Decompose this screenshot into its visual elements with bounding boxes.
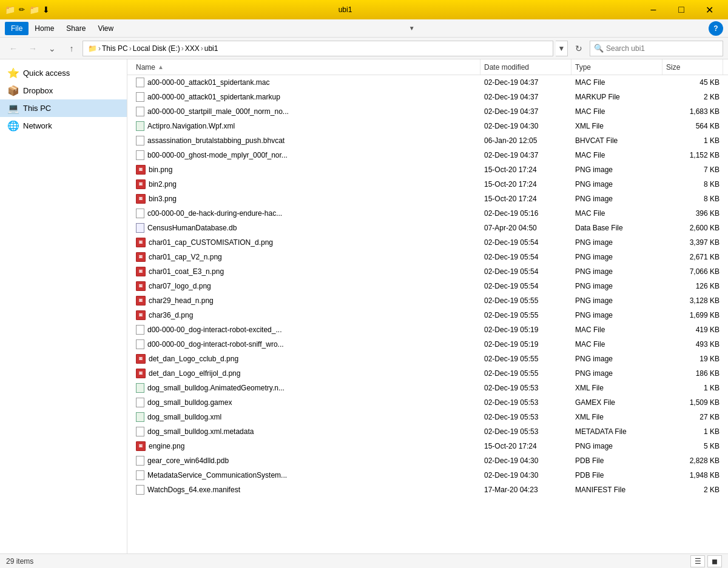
file-size: 1,152 KB — [662, 151, 723, 159]
sidebar-label-network: Network — [23, 121, 52, 130]
table-row[interactable]: c00-000-00_de-hack-during-endure-hac... … — [127, 206, 728, 221]
table-row[interactable]: dog_small_bulldog.AnimatedGeometry.n... … — [127, 381, 728, 395]
table-row[interactable]: d00-000-00_dog-interact-robot-sniff_wro.… — [127, 337, 728, 352]
file-icon — [136, 427, 144, 436]
file-size: 2,600 KB — [662, 224, 723, 232]
col-header-size[interactable]: Size — [662, 59, 723, 75]
table-row[interactable]: 🖼 bin2.png 15-Oct-20 17:24 PNG image 8 K… — [127, 177, 728, 192]
details-view-button[interactable]: ☰ — [690, 555, 705, 567]
table-row[interactable]: dog_small_bulldog.xml.metadata 02-Dec-19… — [127, 424, 728, 439]
table-row[interactable]: 🖼 det_dan_Logo_elfrijol_d.png 02-Dec-19 … — [127, 366, 728, 381]
search-box[interactable]: 🔍 — [590, 41, 723, 56]
file-date: 02-Dec-19 04:37 — [480, 93, 571, 101]
file-size: 7,066 KB — [662, 267, 723, 276]
file-icon — [136, 209, 144, 218]
file-type: MAC File — [571, 78, 662, 87]
table-row[interactable]: gear_core_win64dlld.pdb 02-Dec-19 04:30 … — [127, 453, 728, 468]
file-name: 🖼 bin.png — [132, 165, 480, 175]
refresh-button[interactable]: ↻ — [570, 40, 587, 57]
file-size: 1,948 KB — [662, 471, 723, 479]
sidebar-item-quick-access[interactable]: ⭐ Quick access — [0, 64, 127, 82]
title-bar: 📁 ✏ 📁 ⬇ ubi1 – □ ✕ — [0, 0, 728, 19]
file-name: 🖼 char36_d.png — [132, 310, 480, 320]
forward-button[interactable]: → — [24, 40, 41, 57]
file-size: 8 KB — [662, 195, 723, 203]
table-row[interactable]: 🖼 char01_cap_V2_n.png 02-Dec-19 05:54 PN… — [127, 250, 728, 264]
file-icon — [136, 78, 144, 87]
col-header-name[interactable]: Name ▲ — [132, 59, 480, 75]
file-size: 2,671 KB — [662, 253, 723, 261]
address-path[interactable]: 📁 › This PC › Local Disk (E:) › XXX › ub… — [83, 41, 553, 56]
maximize-button[interactable]: □ — [667, 0, 695, 19]
table-row[interactable]: Actipro.Navigation.Wpf.xml 02-Dec-19 04:… — [127, 119, 728, 133]
file-name: a00-000-00_attack01_spidertank.markup — [132, 92, 480, 102]
col-header-type[interactable]: Type — [571, 59, 662, 75]
file-type: Data Base File — [571, 224, 662, 232]
table-row[interactable]: a00-000-00_startpill_male_000f_norm_no..… — [127, 104, 728, 119]
file-date: 02-Dec-19 05:55 — [480, 369, 571, 378]
sidebar-item-network[interactable]: 🌐 Network — [0, 117, 127, 135]
file-type: PNG image — [571, 311, 662, 319]
file-name: 🖼 det_dan_Logo_cclub_d.png — [132, 354, 480, 364]
menu-file[interactable]: File — [5, 22, 29, 35]
search-input[interactable] — [606, 44, 719, 53]
table-row[interactable]: WatchDogs_64.exe.manifest 17-Mar-20 04:2… — [127, 483, 728, 497]
sidebar-item-dropbox[interactable]: 📦 Dropbox — [0, 82, 127, 99]
file-name: dog_small_bulldog.gamex — [132, 398, 480, 407]
table-row[interactable]: CensusHumanDatabase.db 07-Apr-20 04:50 D… — [127, 221, 728, 235]
menu-home[interactable]: Home — [29, 22, 60, 35]
tiles-view-button[interactable]: ◼ — [707, 555, 722, 567]
table-row[interactable]: a00-000-00_attack01_spidertank.mac 02-De… — [127, 75, 728, 90]
address-current: ubi1 — [204, 44, 218, 53]
table-row[interactable]: 🖼 det_dan_Logo_cclub_d.png 02-Dec-19 05:… — [127, 352, 728, 366]
dropbox-icon: 📦 — [7, 85, 19, 96]
back-button[interactable]: ← — [5, 40, 22, 57]
col-header-date[interactable]: Date modified — [480, 59, 571, 75]
table-row[interactable]: a00-000-00_attack01_spidertank.markup 02… — [127, 90, 728, 104]
table-row[interactable]: 🖼 bin.png 15-Oct-20 17:24 PNG image 7 KB — [127, 162, 728, 177]
table-row[interactable]: dog_small_bulldog.gamex 02-Dec-19 05:53 … — [127, 395, 728, 410]
file-date: 15-Oct-20 17:24 — [480, 180, 571, 189]
table-row[interactable]: d00-000-00_dog-interact-robot-excited_..… — [127, 322, 728, 337]
minimize-button[interactable]: – — [639, 0, 667, 19]
table-row[interactable]: dog_small_bulldog.xml 02-Dec-19 05:53 XM… — [127, 410, 728, 424]
address-dropdown[interactable]: ▼ — [556, 41, 568, 56]
png-icon: 🖼 — [136, 267, 146, 276]
up-recent-button[interactable]: ⌄ — [44, 40, 61, 57]
table-row[interactable]: 🖼 char07_logo_d.png 02-Dec-19 05:54 PNG … — [127, 279, 728, 293]
file-name: 🖼 char01_coat_E3_n.png — [132, 267, 480, 276]
close-button[interactable]: ✕ — [695, 0, 723, 19]
file-type: MAC File — [571, 326, 662, 334]
file-type: PDB File — [571, 456, 662, 465]
table-row[interactable]: MetadataService_CommunicationSystem... 0… — [127, 468, 728, 483]
file-type: PNG image — [571, 442, 662, 450]
table-row[interactable]: 🖼 char29_head_n.png 02-Dec-19 05:55 PNG … — [127, 293, 728, 308]
menu-bar: File Home Share View ▼ ? — [0, 19, 728, 38]
folder-icon: 📁 — [5, 5, 15, 15]
menu-view[interactable]: View — [92, 22, 120, 35]
table-row[interactable]: 🖼 char01_cap_CUSTOMISATION_d.png 02-Dec-… — [127, 235, 728, 250]
file-icon — [136, 485, 144, 495]
file-type: XML File — [571, 413, 662, 421]
file-icon — [136, 470, 144, 480]
png-icon: 🖼 — [136, 238, 146, 247]
table-row[interactable]: 🖼 char36_d.png 02-Dec-19 05:55 PNG image… — [127, 308, 728, 322]
table-row[interactable]: 🖼 engine.png 15-Oct-20 17:24 PNG image 5… — [127, 439, 728, 453]
file-size: 126 KB — [662, 282, 723, 290]
table-row[interactable]: b00-000-00_ghost-mode_mplyr_000f_nor... … — [127, 148, 728, 162]
file-type: MAC File — [571, 151, 662, 159]
table-row[interactable]: 🖼 char01_coat_E3_n.png 02-Dec-19 05:54 P… — [127, 264, 728, 279]
file-date: 15-Oct-20 17:24 — [480, 442, 571, 450]
file-date: 07-Apr-20 04:50 — [480, 224, 571, 232]
png-icon: 🖼 — [136, 369, 146, 378]
file-icon — [136, 92, 144, 102]
menu-share[interactable]: Share — [60, 22, 92, 35]
file-name: c00-000-00_de-hack-during-endure-hac... — [132, 209, 480, 218]
table-row[interactable]: 🖼 bin3.png 15-Oct-20 17:24 PNG image 8 K… — [127, 192, 728, 206]
sidebar-item-this-pc[interactable]: 💻 This PC — [0, 99, 127, 117]
up-button[interactable]: ↑ — [63, 40, 80, 57]
file-size: 8 KB — [662, 180, 723, 189]
table-row[interactable]: assassination_brutalstabbing_push.bhvcat… — [127, 133, 728, 148]
help-button[interactable]: ? — [709, 21, 723, 36]
file-list: a00-000-00_attack01_spidertank.mac 02-De… — [127, 75, 728, 497]
